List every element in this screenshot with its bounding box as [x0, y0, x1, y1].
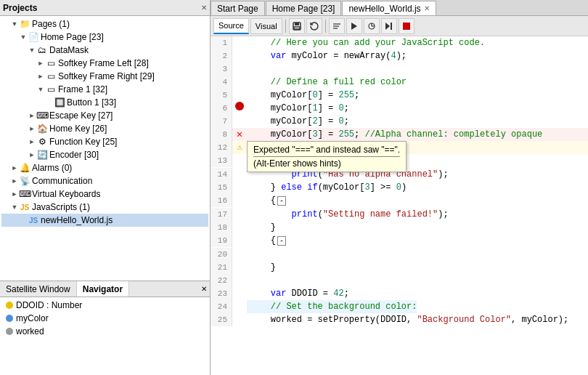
comm-icon: 📡 [19, 175, 30, 187]
tree-item-escapekey[interactable]: ►⌨Escape Key [27] [1, 109, 208, 122]
line-content-15[interactable]: } else if(myColor[3] >= 0) [247, 181, 407, 194]
tree-label-softkey-left: Softkey Frame Left [28] [58, 58, 149, 68]
navigator-item-label: myColor [16, 313, 49, 323]
line-content-6[interactable]: myColor[1] = 0; [247, 102, 349, 115]
toolbar-reload-icon[interactable] [306, 18, 322, 34]
navigator-item[interactable]: worked [3, 325, 207, 338]
tree-toggle-encoder[interactable]: ► [28, 150, 36, 159]
line-content-24[interactable]: // Set the background color: [247, 300, 417, 313]
tree-item-softkey-right[interactable]: ►▭Softkey Frame Right [29] [1, 70, 208, 83]
tree-toggle-homepage[interactable]: ▼ [19, 33, 28, 41]
toolbar-debug-icon[interactable] [364, 18, 380, 34]
navigator-item[interactable]: myColor [3, 312, 207, 325]
line-content-8[interactable]: myColor[3] = 255; //Alpha channel: compl… [247, 128, 542, 141]
tab-navigator[interactable]: Navigator [77, 281, 129, 297]
line-content-17[interactable]: print("Setting name failed!"); [247, 208, 449, 221]
tab-start-page[interactable]: Start Page [211, 1, 265, 15]
line-content-25[interactable]: worked = setProperty(DDOID, "Background … [247, 313, 568, 326]
tree-toggle-softkey-left[interactable]: ► [36, 59, 45, 68]
code-editor[interactable]: 1 // Here you can add your JavaScript co… [211, 36, 588, 375]
tab-newhello_world.js[interactable]: newHello_World.js✕ [342, 1, 436, 15]
tree-toggle-functionkey[interactable]: ► [28, 137, 36, 146]
collapse-icon[interactable]: - [277, 236, 286, 246]
tab-close-icon[interactable]: ✕ [424, 4, 430, 12]
tree-item-communication[interactable]: ►📡Communication [1, 174, 208, 188]
tree-item-frame1[interactable]: ▼▭Frame 1 [32] [1, 83, 208, 96]
tree-toggle-pages[interactable]: ▼ [10, 20, 19, 28]
toolbar-separator-2 [325, 20, 326, 33]
tree-item-alarms[interactable]: ►🔔Alarms (0) [1, 161, 208, 174]
source-tab-button[interactable]: Source [213, 18, 249, 34]
line-content-19[interactable]: {- [247, 234, 286, 248]
tabs-bar: Start PageHome Page [23]newHello_World.j… [211, 0, 588, 16]
yellow-dot [6, 302, 13, 309]
tree-label-encoder: Encoder [30] [49, 150, 99, 160]
line-content-16[interactable]: {- [247, 194, 286, 208]
error-icon: ✕ [237, 128, 242, 141]
line-number-12: 12 [211, 141, 232, 154]
line-content-23[interactable]: var DDOID = 42; [247, 287, 349, 300]
toolbar-step-icon[interactable] [381, 18, 397, 34]
tree-label-homekey: Home Key [26] [49, 124, 107, 134]
line-number-4: 4 [211, 76, 232, 89]
line-content-21[interactable]: } [247, 261, 276, 274]
tree-toggle-button1 [45, 98, 54, 107]
line-number-19: 19 [211, 234, 232, 247]
frame-icon: ▭ [45, 57, 57, 69]
tab-home-page-[23][interactable]: Home Page [23] [266, 1, 342, 15]
tree-item-datamask[interactable]: ▼🗂DataMask [1, 44, 208, 57]
tree-item-homekey[interactable]: ►🏠Home Key [26] [1, 122, 208, 135]
line-content-5[interactable]: myColor[0] = 255; [247, 89, 359, 102]
tree-toggle-frame1[interactable]: ▼ [36, 85, 45, 94]
line-number-25: 25 [211, 313, 232, 326]
tree-toggle-communication[interactable]: ► [10, 177, 19, 185]
tree-item-encoder[interactable]: ►🔄Encoder [30] [1, 148, 208, 161]
tree-toggle-alarms[interactable]: ► [10, 164, 19, 172]
tree-label-escapekey: Escape Key [27] [49, 110, 113, 121]
tree-toggle-escapekey[interactable]: ► [28, 111, 36, 120]
tree-item-button1[interactable]: 🔲Button 1 [33] [1, 96, 208, 109]
tree-item-functionkey[interactable]: ►⚙Function Key [25] [1, 135, 208, 148]
tree-item-javascripts[interactable]: ▼JSJavaScripts (1) [1, 201, 208, 214]
collapse-icon[interactable]: - [277, 196, 286, 206]
visual-tab-button[interactable]: Visual [250, 18, 282, 34]
code-line-19: 19 {- [211, 234, 588, 248]
projects-close-icon[interactable]: ✕ [201, 4, 207, 12]
line-content-18[interactable]: } [247, 221, 276, 234]
code-line-6: 6 myColor[1] = 0; [211, 102, 588, 115]
projects-title: Projects [3, 3, 37, 13]
toolbar-save-icon[interactable] [289, 18, 305, 34]
navigator-item[interactable]: DDOID : Number [3, 299, 207, 312]
tree-toggle-virtualkeyboards[interactable]: ► [10, 190, 19, 198]
toolbar-stop-icon[interactable] [399, 18, 415, 34]
line-content-4[interactable]: // Define a full red color [247, 76, 407, 89]
line-content-2[interactable]: var myColor = newArray(4); [247, 49, 407, 62]
tree-toggle-datamask[interactable]: ▼ [28, 46, 36, 55]
svg-rect-2 [294, 27, 300, 29]
right-panel: Start PageHome Page [23]newHello_World.j… [211, 0, 588, 375]
tree-item-jsfile[interactable]: JSnewHello_World.js [1, 214, 208, 227]
code-line-8: 8✕ myColor[3] = 255; //Alpha channel: co… [211, 128, 588, 141]
error-tooltip: Expected "===" and instead saw "==".(Alt… [247, 141, 407, 172]
bottom-panel-close-icon[interactable]: ✕ [201, 285, 207, 293]
bottom-left-panel: Satellite Window Navigator ✕ DDOID : Num… [0, 281, 210, 375]
tree-toggle-javascripts[interactable]: ▼ [10, 203, 19, 211]
tree-item-softkey-left[interactable]: ►▭Softkey Frame Left [28] [1, 57, 208, 70]
line-content-7[interactable]: myColor[2] = 0; [247, 115, 349, 128]
toolbar-format-icon[interactable] [329, 18, 345, 34]
tree-toggle-softkey-right[interactable]: ► [36, 72, 45, 81]
line-number-3: 3 [211, 62, 232, 76]
line-content-1[interactable]: // Here you can add your JavaScript code… [247, 36, 485, 49]
encoder-icon: 🔄 [36, 149, 48, 161]
toolbar-separator-1 [285, 20, 286, 33]
tab-satellite-window[interactable]: Satellite Window [0, 281, 77, 297]
tree-label-virtualkeyboards: Virtual Keyboards [32, 189, 101, 199]
tree-item-homepage[interactable]: ▼📄Home Page [23] [1, 31, 208, 44]
tree-toggle-homekey[interactable]: ► [28, 124, 36, 133]
tree-item-pages[interactable]: ▼📁Pages (1) [1, 17, 208, 31]
tree-label-communication: Communication [32, 176, 92, 186]
tree-item-virtualkeyboards[interactable]: ►⌨Virtual Keyboards [1, 188, 208, 201]
toolbar-run-icon[interactable] [346, 18, 362, 34]
line-number-16: 16 [211, 194, 232, 207]
tree-label-jsfile: newHello_World.js [41, 215, 113, 225]
